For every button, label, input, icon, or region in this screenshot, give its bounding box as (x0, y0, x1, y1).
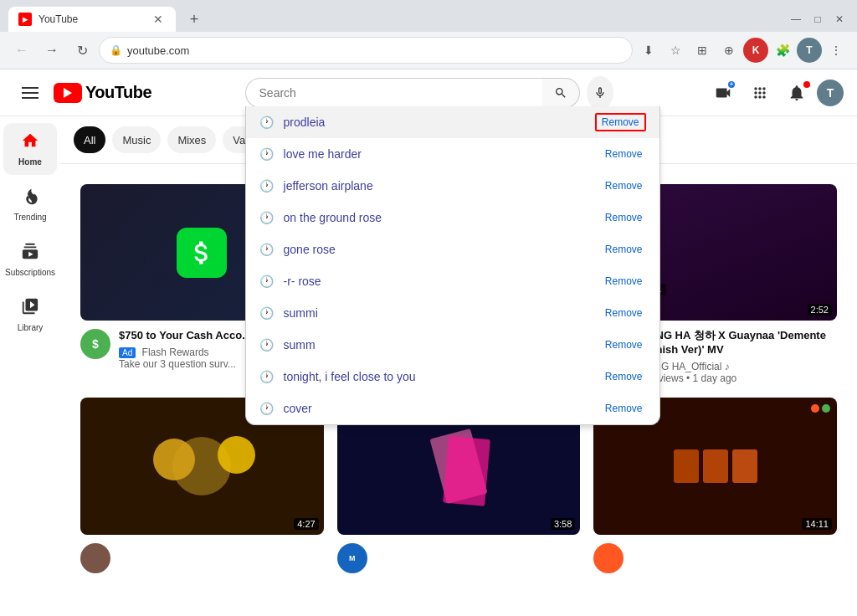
video-channel-3: CHUNG HA_Official ♪ (632, 361, 837, 372)
remove-button-3[interactable]: Remove (602, 210, 646, 225)
channel-avatar-5: M (337, 543, 367, 573)
tab-favicon: ▶ (18, 13, 32, 26)
autocomplete-text-5: -r- rose (284, 275, 321, 288)
back-button[interactable]: ← (8, 37, 35, 64)
notification-badge (803, 81, 810, 88)
autocomplete-item-0[interactable]: 🕐 prodleia Remove (246, 106, 659, 138)
autocomplete-item-6[interactable]: 🕐 summi Remove (246, 297, 659, 329)
video-duration-5: 3:58 (551, 518, 575, 530)
autocomplete-item-3[interactable]: 🕐 on the ground rose Remove (246, 202, 659, 234)
history-icon-9: 🕐 (259, 402, 274, 415)
history-icon-3: 🕐 (259, 211, 274, 224)
remove-button-2[interactable]: Remove (602, 178, 646, 193)
autocomplete-item-8[interactable]: 🕐 tonight, i feel close to you Remove (246, 361, 659, 393)
profile-t-button[interactable]: T (797, 38, 822, 63)
close-window-button[interactable]: ✕ (834, 13, 845, 25)
svg-rect-1 (22, 92, 38, 94)
search-input[interactable] (245, 78, 543, 108)
svg-rect-0 (22, 87, 38, 89)
maximize-button[interactable]: □ (812, 13, 824, 25)
remove-button-7[interactable]: Remove (602, 337, 646, 352)
remove-button-8[interactable]: Remove (602, 369, 646, 384)
video-info-6 (593, 535, 837, 573)
autocomplete-text-4: gone rose (284, 243, 336, 256)
sidebar-trending-label: Trending (13, 213, 46, 222)
forward-button[interactable]: → (38, 37, 65, 64)
dot-badges (811, 404, 830, 413)
sidebar: Home Trending Subscriptions (0, 116, 60, 616)
download-button[interactable]: ⬇ (636, 38, 661, 63)
video-stats-3: 908K views • 1 day ago (632, 372, 837, 384)
history-icon-1: 🕐 (259, 147, 274, 161)
yt-menu-button[interactable] (13, 76, 47, 110)
bookmark-button[interactable]: ☆ (663, 38, 688, 63)
video-duration-6: 14:11 (802, 518, 832, 530)
video-duration-3: 2:52 (808, 304, 832, 316)
filter-chip-music[interactable]: Music (112, 126, 161, 153)
new-tab-button[interactable]: + (182, 8, 206, 31)
remove-button-0[interactable]: Remove (595, 113, 646, 131)
autocomplete-item-1[interactable]: 🕐 love me harder Remove (246, 138, 659, 170)
tab-title: YouTube (38, 13, 144, 25)
address-text: youtube.com (127, 44, 622, 57)
history-icon-5: 🕐 (259, 275, 274, 288)
channel-avatar-6 (593, 543, 624, 573)
tab-close-button[interactable]: ✕ (151, 12, 166, 27)
sidebar-item-home[interactable]: Home (3, 123, 57, 175)
sidebar-item-subscriptions[interactable]: Subscriptions (3, 234, 57, 285)
apps-button[interactable] (743, 76, 777, 110)
user-avatar[interactable]: T (817, 80, 844, 106)
sidebar-home-label: Home (18, 157, 42, 167)
autocomplete-text-1: love me harder (284, 147, 362, 161)
sidebar-library-label: Library (18, 323, 44, 332)
remove-button-6[interactable]: Remove (602, 305, 646, 321)
remove-button-5[interactable]: Remove (602, 274, 646, 289)
yt-logo[interactable]: YouTube (54, 83, 151, 103)
extensions-grid-button[interactable]: ⊞ (690, 38, 715, 63)
translate-button[interactable]: ⊕ (716, 38, 742, 63)
autocomplete-item-5[interactable]: 🕐 -r- rose Remove (246, 265, 659, 297)
ad-badge-1: Ad (119, 347, 136, 358)
notifications-button[interactable] (780, 76, 813, 110)
browser-menu-button[interactable]: ⋮ (824, 38, 849, 63)
address-bar[interactable]: 🔒 youtube.com (99, 37, 633, 64)
library-icon (21, 297, 39, 320)
profile-k-button[interactable]: K (743, 38, 768, 63)
autocomplete-text-8: tonight, i feel close to you (284, 370, 416, 383)
search-button[interactable] (542, 78, 580, 108)
browser-tab[interactable]: ▶ YouTube ✕ (8, 7, 176, 32)
channel-avatar-1: $ (80, 329, 110, 359)
autocomplete-dropdown: 🕐 prodleia Remove 🕐 love me harder Remov… (245, 106, 660, 425)
remove-button-1[interactable]: Remove (602, 146, 646, 162)
history-icon-4: 🕐 (259, 243, 274, 256)
trending-icon (21, 187, 39, 209)
autocomplete-text-6: summi (284, 306, 318, 320)
cash-app-logo (177, 228, 227, 278)
autocomplete-item-4[interactable]: 🕐 gone rose Remove (246, 234, 659, 265)
yt-logo-text: YouTube (85, 83, 151, 102)
create-button[interactable]: + (706, 76, 740, 110)
filter-chip-all[interactable]: All (74, 126, 105, 153)
sidebar-item-trending[interactable]: Trending (3, 178, 57, 230)
autocomplete-item-7[interactable]: 🕐 summ Remove (246, 329, 659, 361)
remove-button-4[interactable]: Remove (602, 242, 646, 257)
autocomplete-item-9[interactable]: 🕐 cover Remove (246, 393, 659, 424)
history-icon-0: 🕐 (259, 116, 274, 129)
mic-button[interactable] (587, 76, 613, 110)
video-info-5: M (337, 535, 581, 573)
minimize-button[interactable]: — (790, 13, 802, 25)
video-duration-4: 4:27 (294, 518, 318, 530)
remove-button-9[interactable]: Remove (602, 401, 646, 416)
puzzle-button[interactable]: 🧩 (770, 38, 795, 63)
history-icon-7: 🕐 (259, 338, 274, 352)
autocomplete-item-2[interactable]: 🕐 jefferson airplane Remove (246, 170, 659, 202)
video-title-3: CHUNG HA 청하 X Guaynaa 'Demente (Spanish … (632, 329, 837, 357)
refresh-button[interactable]: ↻ (69, 37, 95, 64)
sidebar-item-library[interactable]: Library (3, 289, 57, 341)
autocomplete-text-7: summ (284, 338, 316, 352)
yt-logo-icon (54, 83, 82, 103)
video-info-4 (80, 535, 324, 573)
lock-icon: 🔒 (110, 44, 122, 56)
autocomplete-text-0: prodleia (284, 116, 326, 129)
filter-chip-mixes[interactable]: Mixes (167, 126, 216, 153)
